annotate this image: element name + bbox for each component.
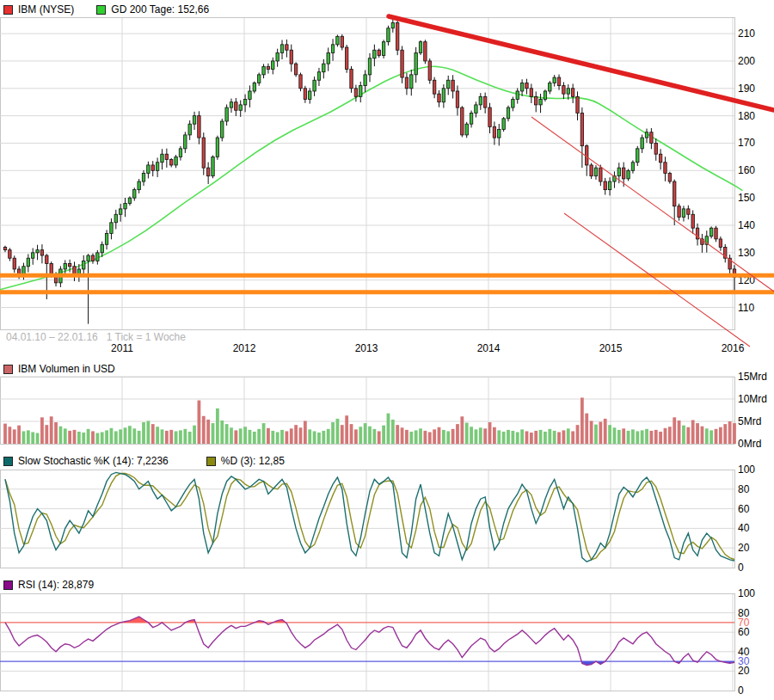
rsi-series-swatch-icon [3,580,13,590]
svg-text:130: 130 [738,247,755,259]
ibm-series-swatch-icon [3,5,13,15]
legend-item-stoch-d: %D (3): 12,85 [206,455,285,467]
svg-text:0Mrd: 0Mrd [738,438,761,450]
svg-text:2011: 2011 [111,342,133,354]
legend-item-stoch-k: Slow Stochastic %K (14): 7,2236 [3,455,169,467]
svg-text:210: 210 [738,28,755,40]
main-chart-legend: IBM (NYSE) GD 200 Tage: 152,66 [3,3,231,16]
svg-text:40: 40 [738,522,750,534]
volume-legend: IBM Volumen in USD [3,362,138,376]
volume-series-swatch-icon [3,365,13,374]
stock-chart-root: 2102001901801701601501401301201102011201… [0,0,774,700]
rsi-series-label: RSI (14): 28,879 [18,579,94,591]
date-range-info: 04.01.10 – 22.01.16 1 Tick = 1 Woche [6,331,186,343]
svg-text:100: 100 [738,587,755,599]
svg-text:160: 160 [738,164,755,176]
svg-text:80: 80 [738,483,750,495]
svg-text:170: 170 [738,137,755,149]
svg-text:100: 100 [738,464,755,476]
stoch-d-label: %D (3): 12,85 [221,455,285,467]
svg-text:140: 140 [738,219,755,231]
svg-text:15Mrd: 15Mrd [738,371,767,383]
legend-item-rsi: RSI (14): 28,879 [3,579,94,591]
legend-item-gd200: GD 200 Tage: 152,66 [96,3,209,15]
svg-text:20: 20 [738,542,750,554]
svg-text:2015: 2015 [599,342,623,354]
stoch-d-swatch-icon [206,457,216,466]
svg-text:0: 0 [738,685,744,697]
rsi-legend: RSI (14): 28,879 [3,578,116,592]
legend-item-ibm: IBM (NYSE) [3,3,74,15]
svg-text:0: 0 [738,562,744,574]
stochastic-legend: Slow Stochastic %K (14): 7,2236 %D (3): … [3,454,307,468]
gd200-series-swatch-icon [96,5,106,15]
svg-text:2012: 2012 [233,342,256,354]
svg-text:190: 190 [738,83,755,95]
svg-text:2014: 2014 [477,342,501,354]
svg-text:60: 60 [738,626,750,638]
svg-text:60: 60 [738,503,750,515]
legend-item-volume: IBM Volumen in USD [3,363,115,375]
svg-text:180: 180 [738,110,755,122]
svg-text:110: 110 [738,302,754,314]
charts-canvas[interactable]: 2102001901801701601501401301201102011201… [0,0,774,700]
svg-text:10Mrd: 10Mrd [738,393,767,405]
svg-text:2013: 2013 [355,342,378,354]
svg-text:200: 200 [738,55,755,67]
svg-text:5Mrd: 5Mrd [738,415,761,427]
stoch-k-swatch-icon [3,457,13,466]
volume-series-label: IBM Volumen in USD [18,363,115,375]
ibm-series-label: IBM (NYSE) [18,3,74,15]
stoch-k-label: Slow Stochastic %K (14): 7,2236 [18,455,169,467]
svg-text:150: 150 [738,192,755,204]
gd200-series-label: GD 200 Tage: 152,66 [111,3,209,15]
svg-text:20: 20 [738,665,750,677]
svg-text:2016: 2016 [722,342,745,354]
